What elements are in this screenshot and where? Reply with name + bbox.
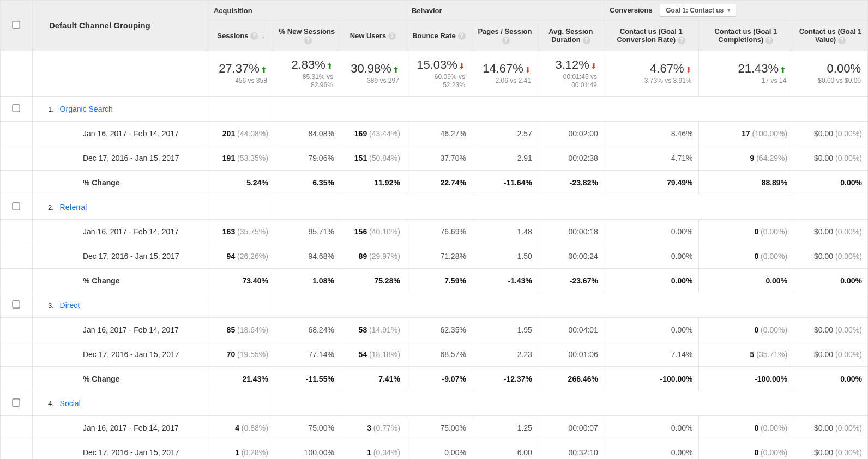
- channel-index: 1.: [38, 105, 60, 113]
- cell-percent: (43.44%): [369, 129, 400, 138]
- data-cell: 201 (44.08%): [208, 121, 274, 146]
- summary-cell: 0.00%$0.00 vs $0.00: [793, 51, 868, 96]
- blank-cb: [1, 317, 33, 342]
- row-checkbox[interactable]: [13, 202, 20, 210]
- cell-value: 00:04:01: [568, 325, 598, 334]
- select-all-header[interactable]: [1, 1, 33, 51]
- help-icon[interactable]: ?: [388, 32, 396, 40]
- period-a-row: Jan 16, 2017 - Feb 14, 2017201 (44.08%)8…: [1, 121, 868, 146]
- data-cell: 1.95: [472, 317, 538, 342]
- summary-pct: 15.03%: [417, 58, 457, 71]
- cell-value: $0.00: [814, 129, 833, 138]
- row-checkbox-cell[interactable]: [1, 293, 33, 317]
- data-cell: 54 (18.18%): [340, 342, 406, 366]
- blank-cb: [1, 268, 33, 293]
- channel-name-cell: 1. Organic Search: [32, 96, 208, 121]
- help-icon[interactable]: ?: [838, 37, 846, 44]
- period-b-row: Dec 17, 2016 - Jan 15, 20171 (0.28%)100.…: [1, 440, 868, 459]
- metric-header-new_sessions_pct[interactable]: % New Sessions?: [274, 21, 340, 51]
- row-checkbox[interactable]: [13, 398, 20, 406]
- cell-percent: (18.64%): [237, 325, 268, 334]
- channel-link[interactable]: Social: [60, 399, 81, 408]
- cell-value: 54: [359, 350, 367, 359]
- data-cell: 7.14%: [604, 342, 698, 366]
- metric-header-goal1_value[interactable]: Contact us (Goal 1 Value)?: [793, 21, 868, 51]
- channel-index: 2.: [38, 203, 60, 212]
- summary-cell: 2.83%⬆85.31% vs 82.96%: [274, 51, 340, 96]
- change-label: % Change: [32, 268, 208, 293]
- metric-label: Contact us (Goal 1 Conversion Rate): [617, 27, 682, 44]
- help-icon[interactable]: ?: [304, 37, 312, 44]
- channel-row: 1. Organic Search: [1, 96, 868, 121]
- metric-header-goal1_rate[interactable]: Contact us (Goal 1 Conversion Rate)?: [604, 21, 698, 51]
- dimension-header[interactable]: Default Channel Grouping: [32, 1, 208, 51]
- help-icon[interactable]: ?: [250, 32, 258, 40]
- cell-value: 191: [222, 154, 235, 162]
- change-cell: 11.92%: [340, 170, 406, 195]
- data-cell: 0.00%: [406, 440, 472, 459]
- cell-value: 0.00%: [671, 227, 693, 236]
- conversion-goal-select[interactable]: Goal 1: Contact us: [660, 4, 736, 17]
- blank-cb: [1, 366, 33, 391]
- data-cell: 151 (50.84%): [340, 146, 406, 170]
- help-icon[interactable]: ?: [678, 37, 685, 44]
- cell-value: 62.35%: [440, 325, 466, 334]
- data-cell: 46.27%: [406, 121, 472, 146]
- cell-value: 2.57: [517, 129, 532, 138]
- cell-value: 4: [235, 424, 239, 432]
- help-icon[interactable]: ?: [458, 32, 466, 40]
- change-cell: -1.43%: [472, 268, 538, 293]
- cell-value: 85: [227, 325, 236, 334]
- row-checkbox-cell[interactable]: [1, 96, 33, 121]
- cell-value: 100.00%: [304, 448, 334, 457]
- row-checkbox[interactable]: [13, 300, 20, 308]
- period-a-row: Jan 16, 2017 - Feb 14, 2017163 (35.75%)9…: [1, 219, 868, 244]
- data-cell: $0.00 (0.00%): [793, 146, 868, 170]
- metric-header-bounce_rate[interactable]: Bounce Rate?: [406, 21, 472, 51]
- metric-header-goal1_completions[interactable]: Contact us (Goal 1 Completions)?: [698, 21, 793, 51]
- row-checkbox-cell[interactable]: [1, 195, 33, 219]
- channel-name-cell: 2. Referral: [32, 195, 208, 219]
- metric-header-avg_duration[interactable]: Avg. Session Duration?: [538, 21, 604, 51]
- cell-percent: (50.84%): [369, 154, 400, 162]
- data-cell: 1 (0.34%): [340, 440, 406, 459]
- help-icon[interactable]: ?: [765, 37, 773, 44]
- channel-row: 3. Direct: [1, 293, 868, 317]
- data-cell: 5 (35.71%): [698, 342, 793, 366]
- cell-value: 7.14%: [671, 350, 693, 359]
- summary-sub: 85.31% vs 82.96%: [281, 73, 333, 90]
- metric-label: Pages / Session: [478, 27, 532, 35]
- channel-index: 4.: [38, 400, 60, 408]
- metric-header-new_users[interactable]: New Users?: [340, 21, 406, 51]
- data-cell: 71.28%: [406, 244, 472, 268]
- metric-header-sessions[interactable]: Sessions?↓: [208, 21, 274, 51]
- change-row: % Change73.40%1.08%75.28%7.59%-1.43%-23.…: [1, 268, 868, 293]
- cell-value: $0.00: [814, 252, 833, 261]
- cell-percent: (0.34%): [373, 448, 400, 457]
- row-checkbox[interactable]: [13, 104, 20, 112]
- select-all-checkbox[interactable]: [13, 21, 20, 28]
- channel-row: 2. Referral: [1, 195, 868, 219]
- arrow-up-icon: ⬆: [393, 65, 399, 74]
- data-cell: 1.25: [472, 415, 538, 440]
- data-cell: 95.71%: [274, 219, 340, 244]
- data-cell: 1.50: [472, 244, 538, 268]
- data-cell: 0 (0.00%): [698, 440, 793, 459]
- help-icon[interactable]: ?: [583, 37, 590, 44]
- data-cell: 00:02:38: [538, 146, 604, 170]
- data-cell: 0.00%: [604, 219, 698, 244]
- cell-percent: (0.00%): [835, 227, 862, 236]
- metric-label: Contact us (Goal 1 Value): [799, 27, 862, 44]
- cell-value: 58: [359, 325, 367, 334]
- cell-value: $0.00: [814, 227, 833, 236]
- channel-link[interactable]: Direct: [60, 301, 80, 310]
- cell-value: 9: [750, 154, 755, 162]
- arrow-down-icon: ⬇: [685, 65, 692, 74]
- cell-percent: (0.00%): [835, 325, 862, 334]
- row-checkbox-cell[interactable]: [1, 391, 33, 415]
- metric-header-pages_session[interactable]: Pages / Session?: [472, 21, 538, 51]
- channel-link[interactable]: Organic Search: [60, 105, 113, 113]
- help-icon[interactable]: ?: [502, 37, 510, 44]
- channel-link[interactable]: Referral: [60, 203, 87, 212]
- cell-value: 201: [222, 129, 235, 138]
